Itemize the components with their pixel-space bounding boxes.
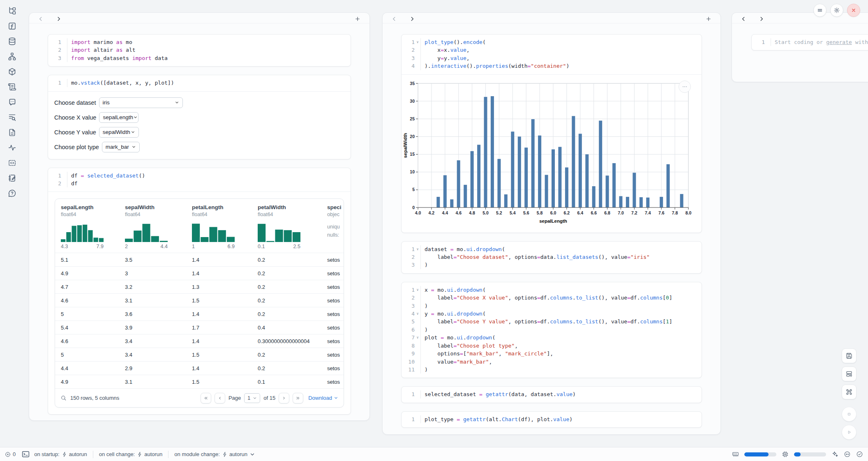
code-editor[interactable]: 1∨dataset = mo.ui.dropdown(2 label="Choo… [402,242,702,273]
dropdown-row: Choose plot typemark_bar [54,142,342,152]
table-cell: 4.4 [55,361,119,375]
dropdown-label: Choose plot type [54,144,99,150]
dropdown-select-choose-x-value[interactable]: sepalLength [99,112,139,123]
ai-assistant-button[interactable] [831,451,838,458]
fold-chevron-icon[interactable]: ∨ [415,310,420,318]
save-button[interactable] [842,348,856,363]
svg-text:0: 0 [412,205,415,210]
sidebar-scroll-button[interactable] [5,82,19,92]
copilot-button[interactable] [844,451,851,458]
first-page-button[interactable] [201,393,211,403]
sidebar-database-button[interactable] [5,36,19,46]
runtime-config-item[interactable]: on module change: autorun [174,451,254,457]
fold-chevron-icon[interactable]: ∨ [415,38,420,46]
play-button[interactable] [842,425,856,440]
add-cell-button[interactable] [353,14,362,23]
svg-text:5.6: 5.6 [523,210,529,215]
chart-menu-button[interactable] [679,81,691,93]
sidebar-functions-button[interactable] [5,21,19,31]
scroll-left-button[interactable] [37,15,45,23]
dropdown-select-choose-dataset[interactable]: iris [99,97,183,108]
search-icon[interactable] [60,395,67,401]
menu-button[interactable] [813,4,826,17]
sidebar-help-button[interactable] [5,188,19,198]
fold-chevron-icon[interactable]: ∨ [415,286,420,294]
command-button[interactable] [842,385,856,399]
line-number: 1 [51,38,61,46]
sidebar-log-search-button[interactable] [5,112,19,122]
svg-text:20: 20 [410,134,415,139]
table-cell: 1.4 [186,334,252,348]
prev-page-button[interactable] [215,393,225,403]
column-name[interactable]: speci [327,204,344,210]
settings-button[interactable] [830,4,843,17]
add-cell-button[interactable] [704,14,713,23]
fold-chevron-icon[interactable]: ∨ [415,245,420,253]
column-name[interactable]: petalLength [192,204,252,210]
activity-icon [8,143,16,152]
scroll-right-button[interactable] [408,15,416,23]
sidebar-chat-bot-button[interactable] [5,97,19,107]
code-editor[interactable]: 1Start coding or generate with AI [752,35,868,50]
column-name[interactable]: sepalWidth [125,204,186,210]
chevron-down-icon [249,452,254,457]
last-page-button[interactable] [293,393,303,403]
layout-button[interactable] [842,366,856,381]
column-name[interactable]: petalWidth [258,204,321,210]
error-counter[interactable]: 0 [5,451,16,457]
code-editor[interactable]: 1import marimo as mo2import altair as al… [48,35,351,66]
separator [168,451,169,458]
code-line: 1import marimo as mo [51,38,346,46]
code-editor[interactable]: 1mo.vstack([dataset, x, y, plot]) [48,75,351,91]
document-icon [8,128,16,137]
scroll-right-button[interactable] [55,15,63,23]
sidebar-package-button[interactable] [5,67,19,76]
column-name[interactable]: sepalLength [61,204,119,210]
scroll-right-button[interactable] [757,15,766,23]
notebook-column-3: 1Start coding or generate with AI [732,12,868,82]
stop-button[interactable] [842,407,856,422]
next-page-button[interactable] [279,393,289,403]
line-number: 7 [404,334,415,341]
sidebar-document-button[interactable] [5,127,19,137]
line-number: 3 [404,54,415,62]
plus-icon [705,16,712,22]
code-line: 1selected_dataset = getattr(data, datase… [404,390,697,398]
dropdown-select-choose-plot-type[interactable]: mark_bar [102,142,140,152]
status-bar-right [732,451,863,458]
shutdown-button[interactable] [847,4,860,17]
fold-spacer [415,253,420,261]
line-number: 8 [404,342,415,350]
sidebar-dependency-graph-button[interactable] [5,51,19,61]
runtime-config-item[interactable]: on startup: autorun [34,451,87,457]
code-editor[interactable]: 1df = selected_dataset()2df [48,168,351,192]
terminal-button[interactable] [21,450,28,459]
dropdown-select-choose-y-value[interactable]: sepalWidth [99,127,139,138]
sepal-bar-chart[interactable]: 4.04.24.44.64.85.05.25.45.65.86.06.26.46… [402,78,702,228]
page-select[interactable]: 1 [244,393,260,403]
line-number: 2 [51,180,61,187]
sidebar-activity-button[interactable] [5,143,19,152]
line-number: 2 [404,294,415,302]
runtime-config-item[interactable]: on cell change: autorun [99,451,163,457]
svg-text:10: 10 [410,169,415,174]
table-cell: 0.1 [252,375,321,388]
fold-chevron-icon[interactable]: ∨ [415,334,420,341]
code-editor[interactable]: 1selected_dataset = getattr(data, datase… [402,387,702,402]
table-cell: 4.6 [55,334,119,348]
sidebar-file-tree-button[interactable] [5,6,19,16]
column-histogram [192,222,235,242]
table-cell: 3.4 [119,348,186,361]
table-header-cell: petalWidthfloat640.12.5 [252,199,321,253]
download-button[interactable]: Download [308,395,338,401]
code-line: 1plot_type = getattr(alt.Chart(df), plot… [404,415,697,423]
connection-status-button[interactable] [856,451,863,458]
code-editor[interactable]: 1∨x = mo.ui.dropdown(2 label="Choose X v… [402,282,702,378]
scroll-left-button[interactable] [739,15,748,23]
sidebar-code-snippet-button[interactable] [5,158,19,168]
scroll-left-button[interactable] [390,15,398,23]
sidebar-scratchpad-button[interactable] [5,173,19,183]
table-cell: 3.1 [119,375,186,388]
code-editor[interactable]: 1plot_type = getattr(alt.Chart(df), plot… [402,412,702,427]
code-editor[interactable]: 1∨plot_type().encode(2 x=x.value,3 y=y.v… [402,35,702,74]
